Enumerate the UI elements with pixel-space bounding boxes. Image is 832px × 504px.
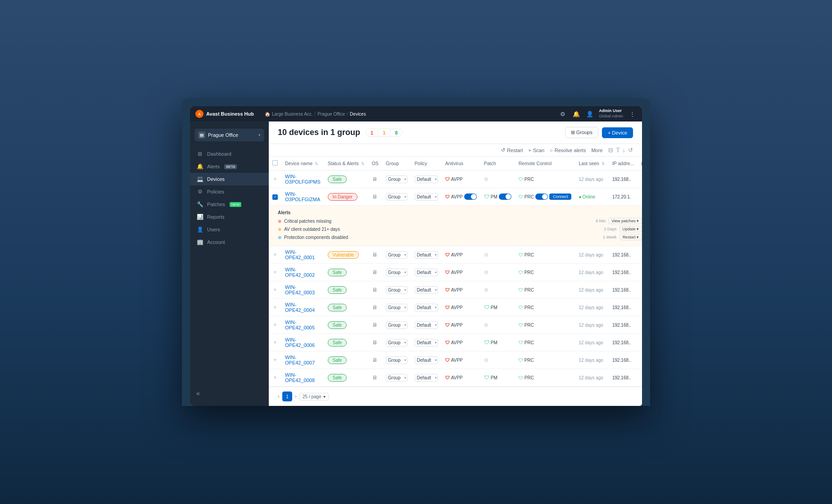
device-link-8[interactable]: WIN-OPE42_0006 — [285, 337, 315, 348]
sidebar-item-users[interactable]: 👤 Users — [190, 223, 269, 236]
row-expand-5[interactable]: + — [273, 287, 276, 293]
sidebar-item-dashboard[interactable]: ⊞ Dashboard — [190, 148, 269, 160]
policy-sw-6[interactable]: Default — [415, 304, 438, 311]
group-s-8[interactable]: Group — [386, 339, 407, 346]
row-expand-7[interactable]: + — [273, 322, 276, 328]
breadcrumb-large-business[interactable]: Large Business Acc. — [272, 112, 313, 117]
header-patch[interactable]: Patch — [480, 157, 515, 171]
policy-sw-4[interactable]: Default — [415, 269, 438, 276]
group-select-1[interactable]: Group — [386, 176, 407, 183]
policy-s-7[interactable]: Default — [415, 321, 438, 329]
policy-s-5[interactable]: Default — [415, 286, 438, 294]
row-more-2[interactable]: ⋮ — [641, 193, 642, 200]
sidebar-item-policies[interactable]: ⚙ Policies — [190, 185, 269, 198]
header-ip[interactable]: IP addre... — [609, 157, 638, 171]
patch-toggle-2[interactable] — [499, 194, 511, 200]
policy-s-10[interactable]: Default — [415, 374, 438, 382]
device-link-2[interactable]: WIN-O3POLFGIZMA — [285, 191, 320, 202]
prev-page-btn[interactable]: ‹ — [278, 393, 280, 400]
row-more-1[interactable]: ⋮ — [641, 176, 642, 183]
device-link-4[interactable]: WIN-OPE42_0002 — [285, 267, 315, 278]
header-last-seen[interactable]: Last seen ⇅ — [575, 157, 608, 171]
resolve-alerts-btn[interactable]: ○ Resolve alerts — [550, 148, 586, 153]
policy-sw-5[interactable]: Default — [415, 286, 438, 294]
settings-icon[interactable]: ⚙ — [558, 109, 567, 118]
policy-select-wrapper-1[interactable]: Default — [415, 176, 438, 183]
group-sw-6[interactable]: Group — [386, 304, 407, 311]
row-expand-8[interactable]: + — [273, 339, 276, 346]
group-sw-4[interactable]: Group — [386, 269, 407, 276]
policy-sw-7[interactable]: Default — [415, 321, 438, 329]
more-btn[interactable]: More — [591, 148, 602, 153]
row-more-9[interactable]: ⋮ — [641, 356, 642, 364]
policy-s-4[interactable]: Default — [415, 269, 438, 276]
row-expand-10[interactable]: + — [273, 374, 276, 381]
group-s-9[interactable]: Group — [386, 356, 407, 364]
header-group[interactable]: Group — [382, 157, 411, 171]
alert-action-1[interactable]: View patches ▾ — [608, 218, 642, 224]
filter-icon[interactable]: 𝕋 — [616, 147, 620, 153]
sidebar-item-account[interactable]: 🏢 Account — [190, 236, 269, 248]
row-checkbox-2[interactable]: ✓ — [272, 194, 278, 200]
group-s-5[interactable]: Group — [386, 286, 407, 294]
group-select-wrapper-2[interactable]: Group — [386, 193, 407, 201]
device-link-6[interactable]: WIN-OPE42_0004 — [285, 302, 315, 313]
group-sw-8[interactable]: Group — [386, 339, 407, 346]
row-expand-3[interactable]: + — [273, 252, 276, 258]
header-policy[interactable]: Policy — [411, 157, 442, 171]
alert-action-2[interactable]: Update ▾ — [619, 226, 642, 232]
profile-icon[interactable]: 👤 — [585, 109, 594, 118]
policy-sw-3[interactable]: Default — [415, 251, 438, 259]
columns-icon[interactable]: ⊟ — [608, 147, 613, 153]
row-more-3[interactable]: ⋮ — [641, 251, 642, 258]
row-more-10[interactable]: ⋮ — [641, 374, 642, 381]
header-os[interactable]: OS — [368, 157, 382, 171]
breadcrumb-prague-office[interactable]: Prague Office — [317, 112, 345, 117]
group-sw-7[interactable]: Group — [386, 321, 407, 329]
policy-select-1[interactable]: Default — [415, 176, 438, 183]
device-link-1[interactable]: WIN-O3POLFGIPMS — [285, 174, 321, 184]
scan-btn[interactable]: + Scan — [529, 148, 545, 153]
policy-sw-9[interactable]: Default — [415, 356, 438, 364]
row-expand-6[interactable]: + — [273, 304, 276, 310]
row-more-7[interactable]: ⋮ — [641, 321, 642, 328]
group-select-wrapper-1[interactable]: Group — [386, 176, 407, 183]
av-toggle-2[interactable] — [464, 194, 477, 200]
device-link-3[interactable]: WIN-OPE42_0001 — [285, 249, 315, 260]
row-expand-9[interactable]: + — [273, 357, 276, 363]
device-link-5[interactable]: WIN-OPE42_0003 — [285, 284, 315, 295]
policy-select-2[interactable]: Default — [415, 193, 438, 201]
group-select-2[interactable]: Group — [386, 193, 407, 201]
row-expand-1[interactable]: + — [273, 176, 276, 182]
row-more-6[interactable]: ⋮ — [641, 304, 642, 311]
group-s-7[interactable]: Group — [386, 321, 407, 329]
header-status[interactable]: Status & Alerts ⇅ — [324, 157, 368, 171]
row-more-4[interactable]: ⋮ — [641, 269, 642, 276]
header-device-name[interactable]: Device name ⇅ — [281, 157, 324, 171]
connect-btn-2[interactable]: Connect — [549, 194, 572, 200]
refresh-icon[interactable]: ↺ — [628, 147, 633, 153]
policy-s-3[interactable]: Default — [415, 251, 438, 259]
group-sw-10[interactable]: Group — [386, 374, 407, 382]
group-sw-5[interactable]: Group — [386, 286, 407, 294]
group-sw-3[interactable]: Group — [386, 251, 407, 259]
sidebar-item-reports[interactable]: 📊 Reports — [190, 211, 269, 223]
alert-action-3[interactable]: Restart ▾ — [619, 234, 642, 240]
sidebar-collapse-btn[interactable]: « — [190, 385, 269, 401]
row-more-8[interactable]: ⋮ — [641, 339, 642, 346]
header-remote[interactable]: Remote Control — [515, 157, 575, 171]
device-link-10[interactable]: WIN-OPE42_0008 — [285, 372, 315, 383]
select-all-checkbox[interactable] — [272, 160, 278, 166]
sidebar-item-devices[interactable]: 💻 Devices — [190, 173, 269, 185]
add-device-button[interactable]: + Device — [602, 127, 633, 138]
group-sw-9[interactable]: Group — [386, 356, 407, 364]
notification-icon[interactable]: 🔔 — [572, 109, 581, 118]
policy-s-6[interactable]: Default — [415, 304, 438, 311]
policy-s-9[interactable]: Default — [415, 356, 438, 364]
policy-s-8[interactable]: Default — [415, 339, 438, 346]
next-page-btn[interactable]: › — [295, 393, 297, 400]
group-s-10[interactable]: Group — [386, 374, 407, 382]
sidebar-item-patches[interactable]: 🔧 Patches NEW — [190, 198, 269, 211]
policy-select-wrapper-2[interactable]: Default — [415, 193, 438, 201]
page-btn-1[interactable]: 1 — [282, 392, 292, 401]
